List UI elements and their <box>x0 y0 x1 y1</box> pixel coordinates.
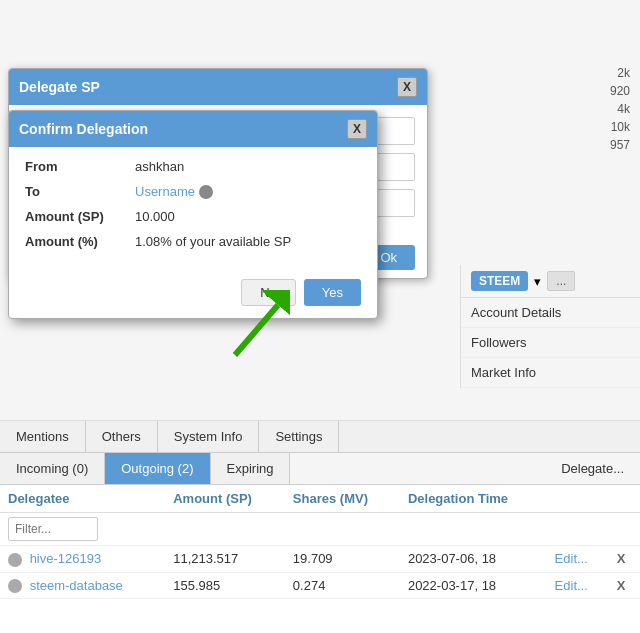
confirm-body: From ashkhan To Username Amount (SP) 10.… <box>9 147 377 271</box>
user-icon-row2 <box>8 579 22 593</box>
remove-cell-1: X <box>609 546 640 573</box>
right-panel: STEEM ▾ ... Account Details Followers Ma… <box>460 265 640 388</box>
col-remove <box>609 485 640 513</box>
others-item[interactable]: Others <box>86 421 158 452</box>
confirm-delegation-dialog: Confirm Delegation X From ashkhan To Use… <box>8 110 378 319</box>
confirm-close-btn[interactable]: X <box>347 119 367 139</box>
confirm-amount-pct-value: 1.08% of your available SP <box>135 234 291 249</box>
account-details-item[interactable]: Account Details <box>461 298 640 328</box>
delegatee-cell-1: hive-126193 <box>0 546 165 573</box>
remove-cell-2: X <box>609 572 640 599</box>
shares-cell-2: 0.274 <box>285 572 400 599</box>
mentions-item[interactable]: Mentions <box>0 421 86 452</box>
confirm-from-row: From ashkhan <box>25 159 361 174</box>
filter-shares-cell <box>285 513 400 546</box>
edit-cell-2: Edit... <box>547 572 609 599</box>
tab-expiring[interactable]: Expiring <box>211 453 291 484</box>
confirm-title-bar: Confirm Delegation X <box>9 111 377 147</box>
tab-delegate[interactable]: Delegate... <box>545 453 640 484</box>
tab-incoming[interactable]: Incoming (0) <box>0 453 105 484</box>
col-delegatee: Delegatee <box>0 485 165 513</box>
bottom-section: Mentions Others System Info Settings Inc… <box>0 420 640 633</box>
market-info-item[interactable]: Market Info <box>461 358 640 388</box>
user-icon <box>199 185 213 199</box>
amount-cell-2: 155.985 <box>165 572 285 599</box>
filter-edit-cell <box>547 513 609 546</box>
followers-item[interactable]: Followers <box>461 328 640 358</box>
confirm-footer: No Yes <box>9 271 377 318</box>
green-arrow <box>230 290 290 360</box>
delegate-sp-close-btn[interactable]: X <box>397 77 417 97</box>
col-shares-mv: Shares (MV) <box>285 485 400 513</box>
remove-btn-1[interactable]: X <box>617 551 626 566</box>
settings-item[interactable]: Settings <box>259 421 339 452</box>
edit-link-2[interactable]: Edit... <box>555 578 588 593</box>
yes-button[interactable]: Yes <box>304 279 361 306</box>
delegatee-link-1[interactable]: hive-126193 <box>30 551 102 566</box>
steem-badge: STEEM <box>471 271 528 291</box>
table-header-row: Delegatee Amount (SP) Shares (MV) Delega… <box>0 485 640 513</box>
col-amount-sp: Amount (SP) <box>165 485 285 513</box>
confirm-amount-pct-row: Amount (%) 1.08% of your available SP <box>25 234 361 249</box>
delegatee-link-2[interactable]: steem-database <box>30 578 123 593</box>
amount-cell-1: 11,213.517 <box>165 546 285 573</box>
dots-button[interactable]: ... <box>547 271 575 291</box>
svg-line-1 <box>235 305 278 355</box>
filter-delegatee-input[interactable] <box>8 517 98 541</box>
time-cell-2: 2022-03-17, 18 <box>400 572 547 599</box>
delegatee-cell-2: steem-database <box>0 572 165 599</box>
filter-time-cell <box>400 513 547 546</box>
right-numbers: 2k 920 4k 10k 957 <box>610 66 630 152</box>
confirm-to-value[interactable]: Username <box>135 184 195 199</box>
time-cell-1: 2023-07-06, 18 <box>400 546 547 573</box>
steem-row: STEEM ▾ ... <box>461 265 640 298</box>
filter-remove-cell <box>609 513 640 546</box>
shares-cell-1: 19.709 <box>285 546 400 573</box>
delegation-tabs: Incoming (0) Outgoing (2) Expiring Deleg… <box>0 453 640 485</box>
system-info-item[interactable]: System Info <box>158 421 260 452</box>
filter-row <box>0 513 640 546</box>
delegate-sp-title-bar: Delegate SP X <box>9 69 427 105</box>
confirm-amount-sp-row: Amount (SP) 10.000 <box>25 209 361 224</box>
col-delegation-time: Delegation Time <box>400 485 547 513</box>
table-row: steem-database 155.985 0.274 2022-03-17,… <box>0 572 640 599</box>
remove-btn-2[interactable]: X <box>617 578 626 593</box>
confirm-to-row: To Username <box>25 184 361 199</box>
filter-amount-cell <box>165 513 285 546</box>
table-row: hive-126193 11,213.517 19.709 2023-07-06… <box>0 546 640 573</box>
confirm-amount-sp-value: 10.000 <box>135 209 175 224</box>
bottom-nav-row: Mentions Others System Info Settings <box>0 421 640 453</box>
edit-link-1[interactable]: Edit... <box>555 551 588 566</box>
user-icon-row1 <box>8 553 22 567</box>
edit-cell-1: Edit... <box>547 546 609 573</box>
delegation-table: Delegatee Amount (SP) Shares (MV) Delega… <box>0 485 640 599</box>
confirm-from-value: ashkhan <box>135 159 184 174</box>
filter-delegatee-cell <box>0 513 165 546</box>
col-edit <box>547 485 609 513</box>
tab-outgoing[interactable]: Outgoing (2) <box>105 453 210 484</box>
